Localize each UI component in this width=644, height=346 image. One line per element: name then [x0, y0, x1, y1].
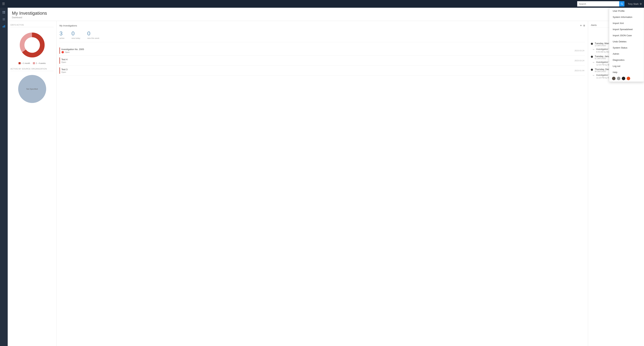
svg-rect-2 — [2, 11, 4, 12]
investigation-status-row: 🔴 Open — [61, 51, 573, 53]
dropdown-import-xml[interactable]: Import Xml — [609, 20, 644, 26]
gray-swatch[interactable] — [617, 77, 620, 80]
dropdown-import-spreadsheet[interactable]: Import Spreadsheet — [609, 26, 644, 32]
dropdown-undo-deletes[interactable]: Undo Deletes — [609, 39, 644, 45]
active-by-source-title: Active By Source Organization — [10, 68, 54, 71]
stat-new-week-label: new this week — [87, 37, 99, 39]
timeline-dot-3 — [591, 69, 593, 71]
edit-icon-2: ✏ — [593, 61, 594, 64]
stat-new-week-value: 0 — [87, 30, 90, 37]
investigation-info: Test 3 Open — [61, 68, 573, 73]
investigation-item-header: Test 4 Open 2023-03-24 — [60, 57, 585, 64]
search-button[interactable] — [619, 1, 624, 7]
svg-rect-7 — [2, 19, 5, 20]
svg-rect-6 — [2, 18, 5, 19]
dropdown-menu: User Profile System Information Import X… — [609, 8, 644, 82]
color-swatch-row — [609, 75, 644, 82]
investigation-status-row: Open — [61, 71, 573, 73]
investigation-date: 2023-03-24 — [574, 50, 585, 52]
search-icon — [620, 3, 623, 5]
legend-label-1month: > 1 month — [22, 62, 30, 64]
user-name: Tony Stark — [628, 3, 638, 5]
legend-item-1month: > 1 month — [18, 62, 30, 64]
list-view-button[interactable]: ≡ — [583, 24, 585, 28]
legend-dot-2to4weeks — [33, 62, 35, 64]
legend-dot-1month — [18, 62, 21, 64]
investigation-status: Open — [61, 61, 66, 63]
alert-circle-icon: 🔴 — [61, 51, 64, 53]
dropdown-system-information[interactable]: System Information — [609, 14, 644, 20]
page-title: My Investigations — [12, 11, 640, 16]
search-container — [577, 1, 624, 7]
content-area: Days Active > 1 month — [8, 21, 644, 346]
gear-icon: ⚙ — [640, 3, 642, 5]
donut-legend: > 1 month 2 - 4 weeks — [18, 62, 46, 64]
investigation-date: 2023-01-04 — [574, 70, 585, 72]
investigation-item[interactable]: Test 3 Open 2023-01-04 — [60, 66, 585, 76]
middle-panel: My Investigations + ≡ 3 active 0 new tod… — [57, 21, 588, 346]
stats-row: 3 active 0 new today 0 new this week — [60, 30, 585, 42]
stat-new-week: 0 new this week — [87, 30, 99, 39]
svg-point-0 — [621, 3, 622, 4]
hamburger-icon[interactable]: ☰ — [2, 2, 5, 6]
investigation-name: Investigation No. 2005 — [61, 48, 573, 51]
black-swatch[interactable] — [622, 77, 625, 80]
top-navigation: ☰ Tony Stark ⚙ User Profile System Infor… — [0, 0, 644, 8]
user-menu[interactable]: Tony Stark ⚙ — [628, 3, 642, 5]
stat-new-today: 0 new today — [72, 30, 80, 39]
dropdown-help[interactable]: Help — [609, 69, 644, 75]
edit-icon-1: ✏ — [593, 48, 594, 51]
investigation-actions: + ≡ — [580, 24, 585, 28]
investigation-name: Test 4 — [61, 58, 573, 61]
timeline-dot-1 — [591, 43, 593, 45]
dropdown-import-json-case[interactable]: Import JSON Case — [609, 32, 644, 39]
brown-swatch[interactable] — [612, 77, 616, 80]
active-by-source-section: Active By Source Organization Not Specif… — [10, 68, 54, 105]
donut-chart — [18, 31, 46, 59]
grid-icon — [2, 11, 6, 14]
svg-rect-5 — [4, 13, 5, 14]
orange-swatch[interactable] — [627, 77, 630, 80]
page-subtitle: Dashboard — [12, 16, 640, 19]
pie-chart: Not Specified — [18, 75, 46, 103]
dropdown-diagnostics[interactable]: Diagnostics — [609, 57, 644, 63]
svg-line-1 — [622, 4, 623, 5]
edit-icon-3: ✏ — [593, 74, 594, 77]
add-investigation-button[interactable]: + — [580, 24, 582, 28]
investigation-accent — [60, 67, 60, 74]
investigation-accent — [60, 48, 60, 54]
sidebar-item-chart[interactable] — [1, 23, 7, 29]
investigation-item[interactable]: Investigation No. 2005 🔴 Open 2023-03-24 — [60, 46, 585, 56]
dropdown-system-status[interactable]: System Status — [609, 45, 644, 51]
pie-label: Not Specified — [26, 88, 38, 90]
investigation-item-header: Investigation No. 2005 🔴 Open 2023-03-24 — [60, 48, 585, 54]
dropdown-user-profile[interactable]: User Profile — [609, 8, 644, 14]
investigation-list: Investigation No. 2005 🔴 Open 2023-03-24 — [60, 46, 585, 76]
page-header: My Investigations Dashboard — [8, 8, 644, 21]
bar-chart-icon — [2, 25, 6, 28]
svg-rect-4 — [2, 13, 4, 14]
dropdown-admin[interactable]: Admin — [609, 51, 644, 57]
stat-active-value: 3 — [60, 30, 62, 37]
investigation-accent — [60, 57, 60, 64]
stat-new-today-label: new today — [72, 37, 80, 39]
investigation-item[interactable]: Test 4 Open 2023-03-24 — [60, 56, 585, 66]
investigations-section-title: My Investigations — [60, 24, 580, 27]
donut-chart-container: > 1 month 2 - 4 weeks — [10, 29, 54, 64]
sidebar-item-apps[interactable] — [1, 9, 7, 16]
days-active-title: Days Active — [10, 24, 54, 27]
donut-svg — [18, 31, 46, 59]
stat-active-label: active — [60, 37, 64, 39]
investigations-header: My Investigations + ≡ — [60, 24, 585, 28]
dropdown-logout[interactable]: Log out — [609, 63, 644, 69]
investigation-status: Open — [61, 71, 66, 73]
main-content: My Investigations Dashboard Days Active — [8, 8, 644, 346]
svg-rect-3 — [4, 11, 5, 12]
search-input[interactable] — [577, 1, 619, 7]
investigation-status: Open — [65, 51, 70, 53]
sidebar-item-list[interactable] — [1, 16, 7, 23]
stat-active: 3 active — [60, 30, 64, 39]
left-panel: Days Active > 1 month — [8, 21, 57, 346]
pie-chart-container: Not Specified — [10, 73, 54, 105]
investigation-date: 2023-03-24 — [574, 60, 585, 62]
